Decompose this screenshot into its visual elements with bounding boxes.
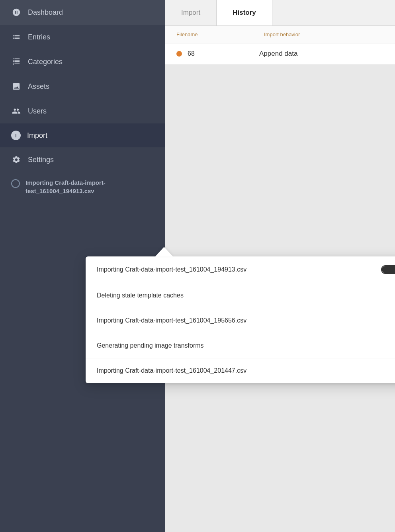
table-row[interactable]: 68 Append data — [165, 43, 395, 65]
sidebar-item-dashboard[interactable]: Dashboard — [0, 0, 165, 25]
progress-bar-fill — [382, 266, 395, 273]
task-label-4: Importing Craft-data-import-test_161004_… — [97, 367, 395, 374]
sidebar-item-entries[interactable]: Entries — [0, 25, 165, 49]
sidebar-label-import: Import — [27, 131, 47, 140]
task-label-2: Importing Craft-data-import-test_161004_… — [97, 317, 395, 324]
progress-bar — [381, 265, 395, 274]
sidebar-item-assets[interactable]: Assets — [0, 74, 165, 99]
progress-circle-icon — [11, 179, 20, 188]
tabs-bar: Import History — [165, 0, 395, 26]
progress-text: Importing Craft-data-import-test_161004_… — [25, 178, 154, 195]
filename-value: 68 — [188, 50, 259, 57]
task-label-3: Generating pending image transforms — [97, 342, 395, 349]
history-table: Filename Import behavior 68 Append data — [165, 26, 395, 65]
status-dot — [176, 51, 182, 57]
task-row-2: Importing Craft-data-import-test_161004_… — [86, 308, 395, 333]
col-behavior: Import behavior — [264, 31, 384, 37]
entries-icon — [11, 32, 22, 42]
assets-icon — [11, 81, 22, 92]
task-row-3: Generating pending image transforms Pend… — [86, 333, 395, 358]
main-content: Import History Filename Import behavior … — [165, 0, 395, 532]
table-header: Filename Import behavior — [165, 26, 395, 43]
categories-icon — [11, 57, 22, 67]
sidebar-label-settings: Settings — [28, 156, 54, 164]
sidebar-item-import[interactable]: I Import — [0, 123, 165, 147]
settings-icon — [11, 155, 22, 165]
task-popup-wrapper: Importing Craft-data-import-test_161004_… — [86, 247, 395, 383]
task-popup: Importing Craft-data-import-test_161004_… — [86, 256, 395, 383]
sidebar-item-settings[interactable]: Settings — [0, 147, 165, 172]
task-label-1: Deleting stale template caches — [97, 292, 395, 299]
task-label-0: Importing Craft-data-import-test_161004_… — [97, 266, 375, 273]
sidebar-label-categories: Categories — [28, 58, 63, 66]
sidebar-label-dashboard: Dashboard — [28, 8, 63, 17]
users-icon — [11, 106, 22, 116]
dashboard-icon — [11, 7, 22, 18]
sidebar-item-categories[interactable]: Categories — [0, 49, 165, 74]
import-icon: I — [11, 131, 21, 140]
task-row-0: Importing Craft-data-import-test_161004_… — [86, 256, 395, 283]
sidebar-item-users[interactable]: Users — [0, 99, 165, 123]
sidebar-label-users: Users — [28, 107, 47, 115]
sidebar-label-assets: Assets — [28, 82, 49, 91]
task-row-4: Importing Craft-data-import-test_161004_… — [86, 358, 395, 383]
tab-history[interactable]: History — [217, 0, 272, 25]
tab-import[interactable]: Import — [165, 0, 217, 25]
popup-arrow — [155, 247, 173, 256]
col-filename: Filename — [176, 31, 264, 37]
sidebar-nav: Dashboard Entries Categories — [0, 0, 165, 172]
behavior-value: Append data — [259, 50, 384, 58]
task-row-1: Deleting stale template caches Pending — [86, 283, 395, 308]
sidebar-label-entries: Entries — [28, 33, 50, 41]
sidebar-progress-item: Importing Craft-data-import-test_161004_… — [0, 172, 165, 201]
